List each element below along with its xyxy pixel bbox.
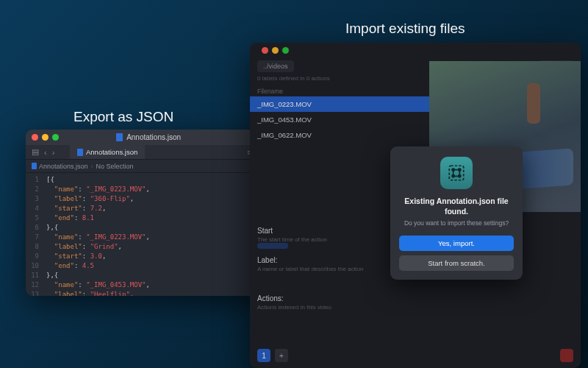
import-dialog: Existing Annotation.json file found. Do … [390, 146, 523, 280]
editor-tab[interactable]: Annotations.json [70, 145, 145, 159]
svg-rect-0 [449, 166, 464, 180]
sidebar-toggle-icon[interactable]: ▤ [32, 147, 39, 157]
code-editor-window: Annotations.json ▤ ‹ › Annotations.json … [26, 130, 271, 296]
editor-filename: Annotations.json [26, 133, 271, 141]
heading-export: Export as JSON [74, 109, 173, 125]
nav-fwd-icon[interactable]: › [52, 148, 55, 157]
app-icon [440, 157, 473, 189]
document-icon [116, 133, 123, 141]
document-icon [32, 163, 37, 169]
editor-breadcrumb[interactable]: Annotations.json › No Selection [26, 160, 271, 173]
dialog-import-button[interactable]: Yes, import. [399, 236, 514, 251]
dialog-scratch-button[interactable]: Start from scratch. [399, 255, 514, 271]
document-icon [77, 149, 83, 156]
annotation-app-window: ../videos Export 0 labels defined in 0 a… [250, 43, 581, 368]
editor-titlebar: Annotations.json [26, 130, 271, 145]
dialog-title: Existing Annotation.json file found. [399, 197, 514, 216]
nav-back-icon[interactable]: ‹ [44, 148, 47, 157]
code-area[interactable]: 12345678910111213141516 [{ "name": "_IMG… [26, 173, 271, 296]
heading-import: Import existing files [345, 21, 465, 37]
dialog-subtitle: Do you want to import these settings? [399, 219, 514, 227]
editor-tabbar: ▤ ‹ › Annotations.json ▭ ⊞ [26, 145, 271, 160]
